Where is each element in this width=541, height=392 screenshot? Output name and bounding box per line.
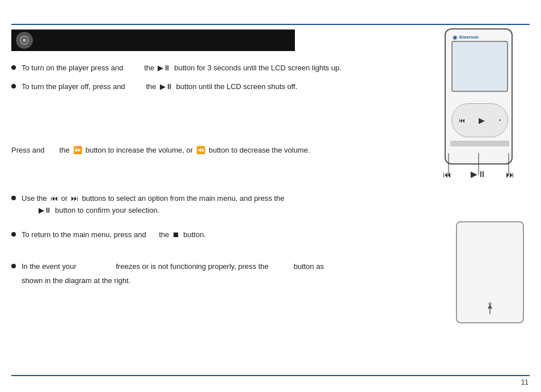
- play-pause-icon-1: ▶⏸: [158, 62, 171, 74]
- freeze-sub: shown in the diagram at the right.: [22, 276, 130, 285]
- nav-return-suffix: button.: [183, 229, 206, 241]
- nav-select-bullet: Use the ⏮ or ⏭ buttons to select an opti…: [11, 193, 420, 222]
- prev-icon: ⏮: [50, 193, 58, 205]
- freeze-section: In the event your freezes or is not func…: [11, 261, 420, 294]
- press-prefix: Press and: [11, 145, 45, 157]
- page-number: 11: [521, 378, 529, 386]
- freeze-suffix: button as: [294, 261, 324, 273]
- freeze-prefix: In the event your: [22, 261, 77, 273]
- reset-illustration: [456, 221, 524, 323]
- confirm-icon: ▶⏸: [39, 205, 52, 217]
- press-the: the: [60, 145, 70, 157]
- svg-marker-6: [488, 304, 492, 309]
- player-body: ◉ Emerson ⏮ ▶ •: [445, 28, 513, 165]
- turn-off-prefix: To turn the player off, press and: [22, 81, 125, 93]
- turn-on-text: To turn on the player press and the ▶⏸ b…: [22, 62, 420, 74]
- reset-arrow-area: [486, 304, 494, 315]
- nav-confirm-text: ▶⏸ button to confirm your selection.: [37, 205, 420, 217]
- stop-icon: ⏹: [172, 229, 180, 241]
- press-suffix: button to decrease the volume.: [209, 145, 310, 157]
- top-border-line: [11, 24, 530, 25]
- turn-on-prefix: To turn on the player press and: [22, 62, 123, 74]
- bullet-dot: [11, 65, 16, 70]
- turn-on-bullet: To turn on the player press and the ▶⏸ b…: [11, 62, 420, 74]
- play-pause-icon-2: ▶⏸: [160, 81, 173, 93]
- ctrl-play: ▶: [479, 116, 485, 125]
- ctrl-next: •: [499, 117, 501, 123]
- forward-icon: ⏩: [73, 145, 82, 157]
- nav-use-prefix: Use the: [22, 193, 47, 205]
- bullet-dot-2: [11, 84, 16, 88]
- freeze-middle: freezes or is not functioning properly, …: [116, 261, 268, 273]
- press-middle: button to increase the volume, or: [86, 145, 193, 157]
- freeze-content: In the event your freezes or is not func…: [22, 261, 420, 287]
- turn-on-the: the: [144, 62, 154, 74]
- section1-content: To turn on the player press and the ▶⏸ b…: [11, 62, 420, 101]
- nav-select-text: Use the ⏮ or ⏭ buttons to select an opti…: [22, 193, 420, 205]
- svg-point-1: [23, 39, 26, 42]
- turn-on-suffix: button for 3 seconds until the LCD scree…: [174, 62, 341, 74]
- bullet-dot-5: [11, 264, 16, 268]
- player-screen: [451, 41, 508, 92]
- nav-return-bullet: To return to the main menu, press and th…: [11, 229, 420, 241]
- player-illustration: ◉ Emerson ⏮ ▶ • ⏮ ▶⏸ ⏭: [433, 28, 524, 204]
- header-icon: [16, 32, 33, 49]
- arrow-lines-svg: [433, 153, 524, 176]
- bullet-dot-4: [11, 232, 16, 237]
- navigation-section: Use the ⏮ or ⏭ buttons to select an opti…: [11, 193, 420, 247]
- turn-off-suffix: button until the LCD screen shuts off.: [176, 81, 298, 93]
- nav-select-suffix: buttons to select an option from the mai…: [82, 193, 284, 205]
- nav-confirm-sub: button to confirm your selection.: [55, 205, 159, 217]
- brand-name: Emerson: [459, 35, 479, 40]
- freeze-bullet: In the event your freezes or is not func…: [11, 261, 420, 287]
- nav-return-prefix: To return to the main menu, press and: [22, 229, 146, 241]
- volume-section: Press and the ⏩ button to increase the v…: [11, 145, 420, 157]
- nav-return-text: To return to the main menu, press and th…: [22, 229, 420, 241]
- brand-icon: ◉: [453, 34, 458, 40]
- ctrl-prev: ⏮: [459, 117, 465, 124]
- nav-or: or: [61, 193, 68, 205]
- reset-arrow-svg: [486, 304, 494, 315]
- backward-icon: ⏪: [196, 145, 205, 157]
- freeze-text-line2: shown in the diagram at the right.: [22, 275, 420, 287]
- bottom-border-line: [11, 375, 530, 376]
- turn-off-the: the: [146, 81, 157, 93]
- player-controls: ⏮ ▶ •: [451, 103, 508, 137]
- bullet-dot-3: [11, 196, 16, 200]
- nav-return-the: the: [159, 229, 169, 241]
- next-icon: ⏭: [71, 193, 78, 205]
- player-brand: ◉ Emerson: [453, 34, 479, 40]
- header-bar: [11, 29, 295, 51]
- turn-off-bullet: To turn the player off, press and the ▶⏸…: [11, 81, 420, 93]
- turn-off-text: To turn the player off, press and the ▶⏸…: [22, 81, 420, 93]
- volume-bar: [450, 141, 509, 146]
- freeze-text-line1: In the event your freezes or is not func…: [22, 261, 420, 273]
- power-section: To turn on the player press and the ▶⏸ b…: [11, 62, 420, 93]
